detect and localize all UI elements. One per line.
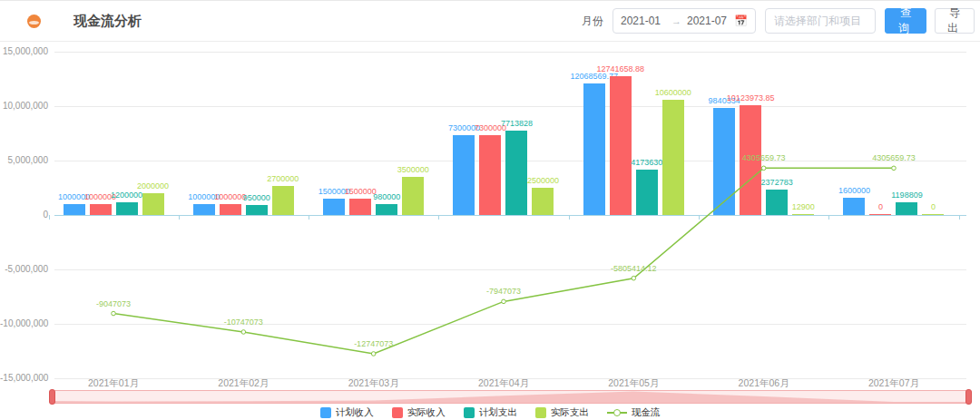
query-button[interactable]: 查询 [885, 8, 926, 34]
bar-value-label: 0 [892, 202, 974, 211]
bar-planned-expense [116, 202, 138, 215]
legend-circle-icon [613, 409, 621, 416]
bar-actual-income [869, 214, 891, 216]
bar-planned-expense [246, 205, 268, 215]
bar-actual-income [610, 76, 632, 215]
export-button[interactable]: 导出 [935, 8, 975, 34]
bar-planned-income [323, 199, 345, 215]
y-axis-tick-label: -10,000,000 [0, 318, 48, 328]
legend-label: 实际收入 [407, 406, 446, 419]
x-axis-tick [959, 215, 960, 220]
legend-swatch [392, 407, 403, 418]
bar-planned-expense [636, 170, 658, 215]
department-project-input[interactable] [765, 8, 876, 34]
bar-value-label: 12741658.88 [580, 64, 662, 73]
bar-actual-expense [792, 214, 814, 216]
legend-line-swatch [607, 408, 627, 417]
x-axis-tick [828, 215, 829, 220]
x-axis-tick [699, 215, 700, 220]
bar-value-label: 3500000 [372, 165, 454, 174]
cashflow-point [632, 276, 636, 280]
x-axis-tick [179, 215, 180, 220]
month-label: 月份 [582, 14, 603, 29]
bar-planned-expense [505, 131, 527, 215]
legend-swatch [464, 407, 475, 418]
y-axis-tick-label: 15,000,000 [0, 46, 48, 56]
legend-label: 实际支出 [551, 406, 589, 419]
chart-area: 15,000,00010,000,0005,000,0000-5,000,000… [0, 42, 980, 387]
header-bar: 现金流分析 月份 → 📅 查询 导出 [0, 0, 980, 42]
bar-value-label: 10600000 [632, 88, 714, 97]
cashflow-value-label: -12747073 [328, 339, 419, 348]
page-title: 现金流分析 [74, 13, 142, 30]
bar-planned-expense [376, 204, 397, 215]
y-axis-tick-label: -5,000,000 [0, 264, 48, 274]
bar-actual-income [90, 204, 112, 215]
chart-legend: 计划收入实际收入计划支出实际支出现金流 [0, 405, 980, 420]
y-axis-tick-label: 10,000,000 [0, 101, 48, 111]
bar-value-label: 10123973.85 [710, 93, 791, 103]
legend-item-planned-income[interactable]: 计划收入 [320, 406, 374, 419]
legend-label: 计划支出 [479, 406, 517, 419]
datazoom-handle-right[interactable] [965, 389, 972, 405]
cashflow-point [112, 311, 116, 316]
x-axis-tick [569, 215, 570, 220]
datazoom-shadow [52, 391, 967, 403]
x-axis-label: 2021年01月 [68, 377, 159, 390]
x-axis-tick [438, 215, 439, 220]
cashflow-point [371, 352, 376, 357]
cashflow-point [761, 166, 766, 171]
bar-value-label: 7713828 [475, 119, 557, 128]
cashflow-value-label: -5805414.12 [588, 264, 679, 273]
range-arrow-icon: → [671, 15, 681, 26]
cashflow-point [892, 166, 897, 171]
cashflow-value-label: -10747073 [198, 317, 289, 327]
bar-value-label: 2372783 [736, 178, 818, 187]
date-range-picker[interactable]: → 📅 [612, 8, 756, 34]
legend-label: 现金流 [632, 406, 661, 419]
bar-actual-expense [142, 193, 164, 215]
date-start-input[interactable] [621, 15, 666, 27]
bar-actual-expense [922, 214, 944, 216]
calendar-icon: 📅 [734, 15, 748, 26]
x-axis-label: 2021年05月 [588, 377, 679, 390]
x-axis-tick [309, 215, 309, 220]
bar-actual-income [479, 135, 501, 215]
x-axis-label: 2021年06月 [719, 377, 809, 390]
cashflow-point [241, 330, 246, 335]
bar-value-label: 12900 [762, 202, 844, 211]
bar-value-label: 1198809 [866, 190, 947, 200]
bar-value-label: 2000000 [113, 181, 194, 190]
y-axis-tick-label: 5,000,000 [0, 155, 48, 165]
y-axis-tick-label: 0 [0, 210, 48, 220]
datazoom-slider[interactable] [52, 390, 969, 404]
gridline [54, 106, 966, 107]
bar-actual-expense [402, 177, 424, 215]
gridline [54, 52, 966, 53]
cashflow-value-label: -9047073 [68, 299, 159, 308]
gridline [54, 324, 966, 325]
cashflow-value-label: 4305659.73 [719, 153, 809, 162]
date-end-input[interactable] [687, 15, 732, 27]
bar-planned-income [64, 204, 85, 215]
x-axis-tick [49, 215, 50, 220]
bar-planned-income [193, 204, 215, 215]
gridline [54, 269, 966, 270]
x-axis-label: 2021年04月 [458, 377, 549, 390]
y-axis-tick-label: -15,000,000 [0, 373, 48, 383]
cashflow-value-label: -7947073 [458, 287, 549, 296]
datazoom-wrap [0, 390, 980, 404]
bar-actual-income [220, 204, 241, 215]
legend-item-planned-expense[interactable]: 计划支出 [464, 406, 517, 419]
bar-planned-income [453, 135, 475, 215]
x-axis-label: 2021年07月 [848, 377, 939, 390]
cashflow-point [502, 299, 506, 304]
legend-item-actual-expense[interactable]: 实际支出 [535, 406, 589, 419]
datazoom-handle-left[interactable] [49, 389, 55, 405]
legend-swatch [320, 407, 331, 418]
legend-item-cashflow[interactable]: 现金流 [607, 406, 661, 419]
legend-item-actual-income[interactable]: 实际收入 [392, 406, 446, 419]
app-logo-icon [27, 15, 41, 28]
bar-planned-income [583, 83, 605, 215]
x-axis-label: 2021年02月 [198, 377, 289, 390]
